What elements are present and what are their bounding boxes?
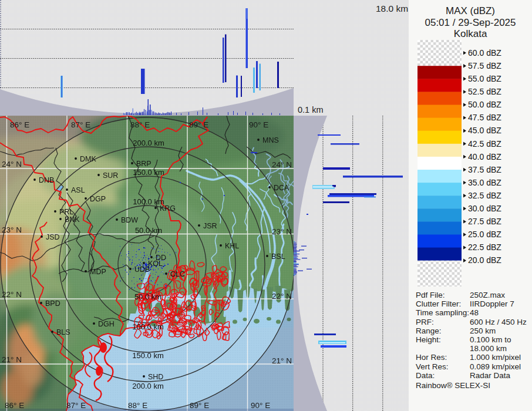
svg-text:37.5 dBZ: 37.5 dBZ	[468, 165, 501, 174]
svg-text:BLS: BLS	[56, 328, 70, 336]
svg-text:30.0 dBZ: 30.0 dBZ	[468, 204, 501, 213]
svg-text:SHD: SHD	[148, 373, 163, 381]
svg-text:42.5 dBZ: 42.5 dBZ	[468, 139, 501, 149]
svg-text:JSR: JSR	[203, 222, 217, 230]
svg-text:Vert Res:: Vert Res:	[416, 362, 449, 371]
svg-text:200.0 km: 200.0 km	[133, 139, 164, 147]
svg-text:22.5 dBZ: 22.5 dBZ	[468, 242, 501, 252]
svg-text:18.000 km: 18.000 km	[470, 344, 507, 353]
svg-text:DGH: DGH	[98, 320, 115, 328]
svg-text:JSD: JSD	[46, 233, 60, 241]
svg-text:150.0 km: 150.0 km	[132, 351, 163, 360]
svg-text:89° E: 89° E	[190, 401, 209, 410]
svg-text:32.5 dBZ: 32.5 dBZ	[468, 191, 501, 200]
svg-text:0.100 km to: 0.100 km to	[470, 335, 511, 344]
svg-text:90° E: 90° E	[249, 120, 268, 129]
svg-text:52.5 dBZ: 52.5 dBZ	[468, 87, 501, 96]
svg-text:87° E: 87° E	[66, 401, 86, 410]
svg-text:22° N: 22° N	[272, 292, 292, 301]
svg-text:23° N: 23° N	[2, 225, 22, 234]
svg-text:Data:: Data:	[416, 371, 435, 380]
svg-text:DMK: DMK	[80, 155, 96, 163]
svg-text:Kolkata: Kolkata	[454, 28, 487, 39]
svg-text:40.0 dBZ: 40.0 dBZ	[468, 152, 501, 161]
svg-text:90° E: 90° E	[251, 401, 270, 410]
svg-text:KHL: KHL	[225, 242, 239, 250]
svg-text:BRP: BRP	[136, 160, 151, 168]
svg-text:PRL: PRL	[59, 208, 73, 216]
svg-text:DNB: DNB	[39, 176, 54, 184]
svg-text:BNK: BNK	[65, 215, 80, 224]
svg-text:BPD: BPD	[45, 299, 60, 308]
svg-text:Pdf File:: Pdf File:	[416, 291, 445, 299]
svg-text:ASL: ASL	[71, 186, 85, 194]
svg-text:250 km: 250 km	[470, 326, 496, 335]
svg-text:05:01 / 29-Sep-2025: 05:01 / 29-Sep-2025	[425, 17, 516, 28]
svg-text:DGP: DGP	[90, 195, 106, 203]
svg-text:0.089 km/pixel: 0.089 km/pixel	[470, 362, 521, 371]
svg-text:60.0 dBZ: 60.0 dBZ	[468, 48, 501, 58]
svg-text:600 Hz / 450 Hz: 600 Hz / 450 Hz	[470, 318, 527, 326]
svg-text:BSL: BSL	[271, 252, 285, 261]
svg-text:21° N: 21° N	[2, 355, 22, 364]
svg-text:0.1 km: 0.1 km	[298, 105, 324, 114]
svg-text:Rainbow® SELEX-SI: Rainbow® SELEX-SI	[416, 381, 490, 390]
svg-text:25.0 dBZ: 25.0 dBZ	[468, 230, 501, 239]
svg-text:1.000 km/pixel: 1.000 km/pixel	[470, 353, 521, 362]
svg-text:250Z.max: 250Z.max	[470, 291, 505, 299]
svg-text:55.0 dBZ: 55.0 dBZ	[468, 74, 501, 83]
svg-text:IIRDoppler 7: IIRDoppler 7	[470, 299, 514, 308]
svg-text:100.0 km: 100.0 km	[133, 197, 164, 206]
svg-text:50.0 km: 50.0 km	[135, 226, 162, 235]
svg-text:57.5 dBZ: 57.5 dBZ	[468, 61, 501, 70]
svg-text:Height:: Height:	[416, 335, 441, 344]
svg-text:24° N: 24° N	[2, 160, 22, 169]
svg-text:22° N: 22° N	[2, 290, 22, 299]
svg-text:35.0 dBZ: 35.0 dBZ	[468, 178, 501, 187]
svg-text:18.0 km: 18.0 km	[376, 4, 408, 14]
svg-text:200.0 km: 200.0 km	[132, 382, 163, 390]
svg-text:100.0 km: 100.0 km	[132, 322, 163, 331]
svg-text:21° N: 21° N	[272, 356, 292, 365]
svg-text:KOL: KOL	[148, 260, 163, 268]
svg-text:23° N: 23° N	[272, 227, 292, 236]
svg-text:50.0 km: 50.0 km	[134, 292, 161, 301]
svg-text:86° E: 86° E	[5, 401, 24, 410]
svg-text:DCA: DCA	[274, 184, 289, 192]
svg-text:Time sampling:: Time sampling:	[416, 308, 469, 317]
svg-text:MNS: MNS	[262, 136, 279, 144]
svg-text:Clutter Filter:: Clutter Filter:	[416, 299, 461, 308]
svg-text:PRF:: PRF:	[416, 318, 434, 326]
svg-text:20.0 dBZ: 20.0 dBZ	[468, 255, 501, 265]
svg-text:Hor Res:: Hor Res:	[416, 353, 447, 362]
svg-text:150.0 km: 150.0 km	[133, 168, 164, 177]
svg-text:47.5 dBZ: 47.5 dBZ	[468, 113, 501, 122]
svg-text:89° E: 89° E	[189, 120, 208, 129]
svg-text:24° N: 24° N	[272, 160, 292, 169]
svg-text:88° E: 88° E	[128, 401, 147, 410]
svg-text:27.5 dBZ: 27.5 dBZ	[468, 217, 501, 226]
svg-text:MDP: MDP	[90, 268, 106, 276]
svg-text:BDW: BDW	[121, 216, 138, 224]
svg-text:MAX (dBZ): MAX (dBZ)	[446, 5, 495, 16]
svg-text:88° E: 88° E	[130, 120, 150, 129]
svg-text:48: 48	[470, 308, 479, 317]
svg-text:86° E: 86° E	[10, 120, 29, 129]
svg-text:45.0 dBZ: 45.0 dBZ	[468, 126, 501, 135]
svg-text:87° E: 87° E	[71, 120, 90, 129]
svg-text:50.0 dBZ: 50.0 dBZ	[468, 100, 501, 109]
svg-text:Radar Data: Radar Data	[470, 371, 511, 380]
svg-text:CLC: CLC	[170, 270, 185, 278]
svg-text:Range:: Range:	[416, 326, 442, 335]
svg-text:SUR: SUR	[103, 171, 118, 180]
